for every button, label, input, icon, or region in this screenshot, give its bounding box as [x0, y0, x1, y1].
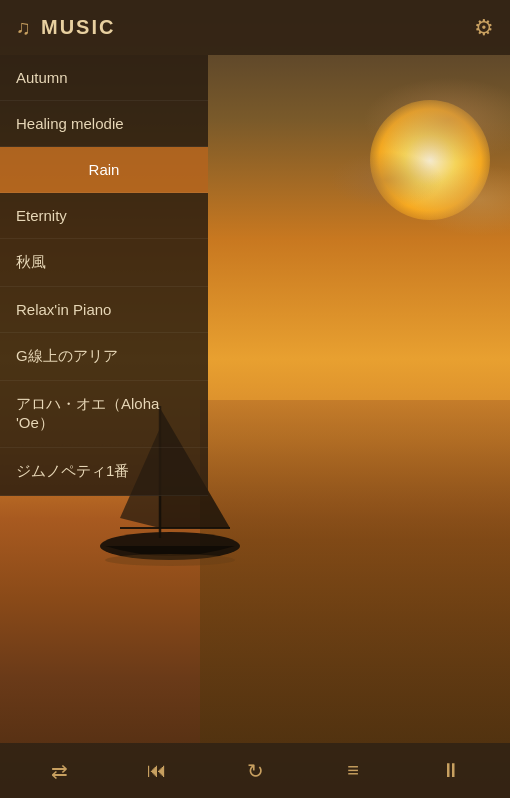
previous-button[interactable]: ⏮: [135, 749, 179, 793]
sidebar-item-aloha[interactable]: アロハ・オエ（Aloha 'Oe）: [0, 381, 208, 448]
svg-point-5: [105, 554, 235, 566]
repeat-button[interactable]: ↻: [233, 749, 277, 793]
playlist-button[interactable]: ≡: [331, 749, 375, 793]
sidebar-item-relax-piano[interactable]: Relax'in Piano: [0, 287, 208, 333]
shuffle-button[interactable]: ⇄: [37, 749, 81, 793]
sidebar-item-healing-melodie[interactable]: Healing melodie: [0, 101, 208, 147]
playlist-sidebar: AutumnHealing melodieRainEternity秋風Relax…: [0, 55, 208, 496]
music-icon: ♫: [16, 16, 31, 39]
playback-toolbar: ⇄⏮↻≡⏸: [0, 743, 510, 798]
sidebar-item-rain[interactable]: Rain: [0, 147, 208, 193]
sidebar-item-g-line[interactable]: G線上のアリア: [0, 333, 208, 381]
header-bar: ♫ MUSIC ⚙: [0, 0, 510, 55]
pause-button[interactable]: ⏸: [429, 749, 473, 793]
sidebar-item-gymnopedie[interactable]: ジムノペティ1番: [0, 448, 208, 496]
sidebar-item-autumn[interactable]: Autumn: [0, 55, 208, 101]
sidebar-item-akikaze[interactable]: 秋風: [0, 239, 208, 287]
settings-button[interactable]: ⚙: [474, 15, 494, 41]
clouds-decoration: [200, 60, 510, 260]
app-title: MUSIC: [41, 16, 474, 39]
sidebar-item-eternity[interactable]: Eternity: [0, 193, 208, 239]
